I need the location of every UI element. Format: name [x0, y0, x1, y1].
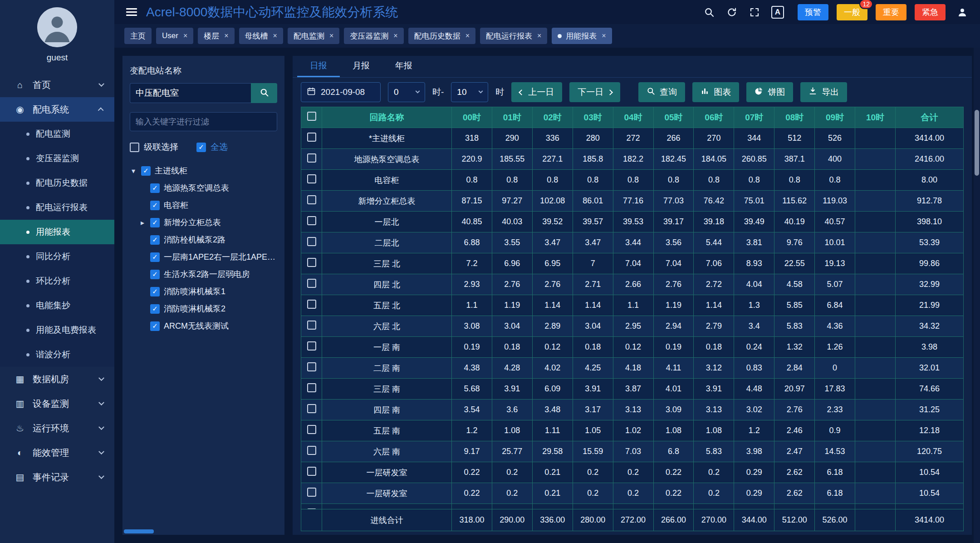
row-checkbox[interactable] [307, 488, 316, 497]
row-checkbox[interactable] [307, 195, 316, 204]
sidebar-subitem-配电运行报表[interactable]: 配电运行报表 [0, 195, 114, 220]
tree-node-checkbox[interactable]: ✓ [150, 218, 160, 227]
close-tab-icon[interactable]: × [393, 32, 397, 40]
font-size-icon[interactable]: A [771, 6, 784, 19]
tree-node-ARCM无线表测试[interactable]: ✓ARCM无线表测试 [139, 317, 277, 335]
tree-node-checkbox[interactable]: ✓ [150, 235, 160, 245]
sidebar-item-数据机房[interactable]: ▦数据机房 [0, 367, 114, 391]
export-button[interactable]: 导出 [800, 82, 847, 102]
row-checkbox[interactable] [307, 216, 316, 225]
row-checkbox[interactable] [307, 341, 316, 350]
tree-node-checkbox[interactable]: ✓ [150, 183, 160, 193]
row-checkbox[interactable] [307, 467, 316, 476]
table-scroll-area[interactable]: 回路名称00时01时02时03时04时05时06时07时08时09时10时合计 … [293, 107, 972, 509]
alarm-button-预警[interactable]: 预警 [798, 4, 828, 20]
tree-node-消防喷淋机械泵1[interactable]: ✓消防喷淋机械泵1 [139, 283, 277, 300]
row-checkbox[interactable] [307, 362, 316, 371]
row-checkbox[interactable] [307, 133, 316, 142]
user-icon[interactable] [956, 6, 968, 18]
close-tab-icon[interactable]: × [537, 32, 541, 40]
tree-node-checkbox[interactable]: ✓ [150, 321, 160, 331]
station-input[interactable] [130, 83, 251, 103]
row-checkbox[interactable] [307, 258, 316, 267]
fullscreen-icon[interactable] [749, 6, 760, 18]
date-picker[interactable]: 2021-09-08 [301, 82, 381, 102]
tab-配电运行报表[interactable]: 配电运行报表× [480, 28, 547, 44]
menu-icon[interactable] [126, 8, 137, 16]
table-select-all-checkbox[interactable] [307, 112, 316, 121]
tree-root-node[interactable]: ▾ ✓ 主进线柜 [130, 162, 277, 179]
tree-node-消防栓机械泵2路[interactable]: ✓消防栓机械泵2路 [139, 231, 277, 248]
caret-down-icon[interactable]: ▾ [130, 167, 137, 175]
hour-to-select[interactable]: 10 [451, 82, 488, 102]
refresh-icon[interactable] [726, 6, 738, 18]
tab-主页[interactable]: 主页 [124, 28, 152, 44]
query-button[interactable]: 查询 [638, 82, 685, 102]
avatar[interactable] [37, 7, 77, 47]
sidebar-subitem-用能报表[interactable]: 用能报表 [0, 220, 114, 244]
caret-right-icon[interactable]: ▸ [139, 218, 146, 227]
select-all-checkbox[interactable]: ✓ [196, 143, 206, 152]
pie-button[interactable]: 饼图 [746, 82, 793, 102]
close-tab-icon[interactable]: × [602, 32, 606, 40]
tree-node-checkbox[interactable]: ✓ [150, 287, 160, 296]
tab-母线槽[interactable]: 母线槽× [239, 28, 283, 44]
hour-from-select[interactable]: 0 [388, 82, 425, 102]
sidebar-item-能效管理[interactable]: ◐能效管理 [0, 440, 114, 465]
tree-node-消防喷淋机械泵2[interactable]: ✓消防喷淋机械泵2 [139, 300, 277, 317]
cascade-checkbox[interactable] [130, 143, 139, 152]
tab-用能报表[interactable]: 用能报表× [552, 28, 612, 44]
sidebar-item-首页[interactable]: ⌂首页 [0, 73, 114, 97]
close-tab-icon[interactable]: × [273, 32, 277, 40]
sidebar-subitem-电能集抄[interactable]: 电能集抄 [0, 293, 114, 318]
tree-node-checkbox[interactable]: ✓ [150, 270, 160, 279]
sidebar-subitem-配电监测[interactable]: 配电监测 [0, 122, 114, 146]
tree-node-地源热泵空调总表[interactable]: ✓地源热泵空调总表 [139, 179, 277, 197]
sidebar-subitem-用能及电费报表[interactable]: 用能及电费报表 [0, 318, 114, 342]
row-checkbox[interactable] [307, 425, 316, 434]
close-tab-icon[interactable]: × [466, 32, 470, 40]
tree-node-一层南1APE2右一层北1APE1左[interactable]: ✓一层南1APE2右一层北1APE1左 [139, 248, 277, 266]
row-checkbox[interactable] [307, 174, 316, 183]
alarm-button-重要[interactable]: 重要 [876, 4, 906, 20]
tab-配电监测[interactable]: 配电监测× [288, 28, 339, 44]
close-tab-icon[interactable]: × [183, 32, 187, 40]
tree-node-checkbox[interactable]: ✓ [150, 304, 160, 314]
alarm-button-一般[interactable]: 一般12 [837, 4, 867, 20]
alarm-button-紧急[interactable]: 紧急 [915, 4, 946, 20]
tree-node-checkbox[interactable]: ✓ [150, 252, 160, 262]
sidebar-item-运行环境[interactable]: ♨运行环境 [0, 416, 114, 440]
row-checkbox[interactable] [307, 237, 316, 246]
close-tab-icon[interactable]: × [329, 32, 333, 40]
row-checkbox[interactable] [307, 153, 316, 163]
tab-配电历史数据[interactable]: 配电历史数据× [408, 28, 475, 44]
next-day-button[interactable]: 下一日 [569, 82, 620, 102]
report-tab-日报[interactable]: 日报 [297, 56, 340, 77]
tree-node-checkbox[interactable]: ✓ [150, 201, 160, 210]
tab-变压器监测[interactable]: 变压器监测× [344, 28, 403, 44]
sidebar-subitem-配电历史数据[interactable]: 配电历史数据 [0, 171, 114, 195]
sidebar-subitem-环比分析[interactable]: 环比分析 [0, 269, 114, 293]
tree-node-新增分立柜总表[interactable]: ▸✓新增分立柜总表 [139, 214, 277, 231]
sidebar-item-配电系统[interactable]: ◉配电系统 [0, 97, 114, 122]
report-tab-月报[interactable]: 月报 [340, 56, 382, 77]
sidebar-subitem-谐波分析[interactable]: 谐波分析 [0, 342, 114, 367]
tree-node-生活水泵2路一层弱电房[interactable]: ✓生活水泵2路一层弱电房 [139, 266, 277, 283]
row-checkbox[interactable] [307, 321, 316, 330]
sidebar-item-事件记录[interactable]: ▤事件记录 [0, 465, 114, 489]
station-search-button[interactable] [251, 83, 277, 103]
close-tab-icon[interactable]: × [224, 32, 228, 40]
sidebar-subitem-同比分析[interactable]: 同比分析 [0, 244, 114, 269]
row-checkbox[interactable] [307, 279, 316, 288]
sidebar-item-设备监测[interactable]: ▥设备监测 [0, 391, 114, 416]
prev-day-button[interactable]: 上一日 [511, 82, 562, 102]
search-icon[interactable] [703, 6, 715, 18]
sidebar-subitem-变压器监测[interactable]: 变压器监测 [0, 146, 114, 171]
row-checkbox[interactable] [307, 383, 316, 392]
row-checkbox[interactable] [307, 446, 316, 455]
chart-button[interactable]: 图表 [692, 82, 739, 102]
report-tab-年报[interactable]: 年报 [382, 56, 425, 77]
tree-node-电容柜[interactable]: ✓电容柜 [139, 197, 277, 214]
row-checkbox[interactable] [307, 404, 316, 413]
tab-楼层[interactable]: 楼层× [198, 28, 234, 44]
